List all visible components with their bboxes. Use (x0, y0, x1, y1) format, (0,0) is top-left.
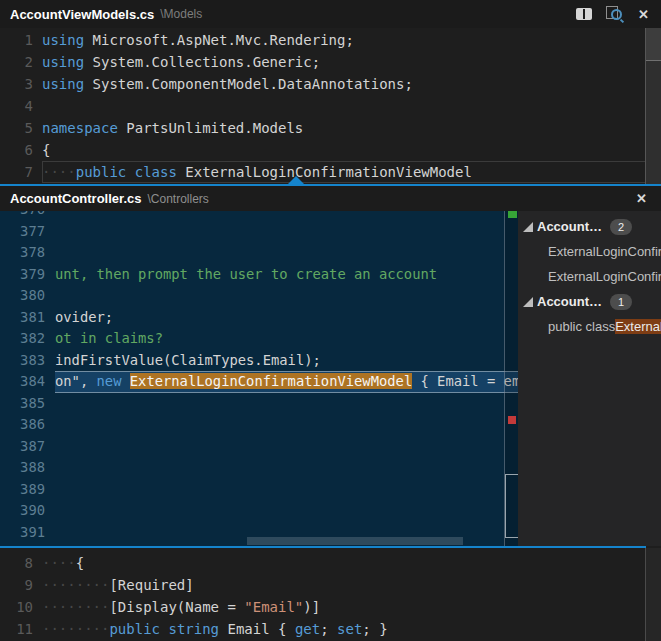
code-text: { (42, 139, 646, 161)
code-line[interactable]: 378 (0, 242, 504, 264)
results-reference-row[interactable]: ExternalLoginConfirmationViewModel (518, 239, 661, 264)
code-segment: public (76, 164, 127, 180)
code-text (55, 393, 504, 415)
code-segment: indFirstValue(ClaimTypes.Email); (55, 352, 321, 368)
code-segment: "Email" (244, 599, 303, 615)
code-text: using Microsoft.AspNet.Mvc.Rendering; (42, 29, 646, 51)
code-segment: unt, then prompt the user to create an a… (55, 266, 437, 282)
close-editor-icon[interactable]: ✕ (638, 8, 649, 21)
vscode-window: AccountViewModels.cs \Models ✕ 1using Mi… (0, 0, 661, 641)
twistie-expanded-icon[interactable] (523, 297, 533, 307)
code-line[interactable]: 11········public string Email { get; set… (0, 618, 646, 640)
split-editor-icon[interactable] (576, 8, 592, 20)
bottom-editor[interactable]: 8····{9········[Required]10········[Disp… (0, 548, 646, 641)
preview-search-icon[interactable] (606, 6, 624, 22)
code-segment: ovider; (55, 309, 113, 325)
code-segment: using (42, 32, 84, 48)
code-line[interactable]: 389 (0, 479, 504, 501)
line-number: 378 (0, 242, 45, 264)
top-editor-scrollbar[interactable] (645, 28, 661, 184)
code-line[interactable]: 1using Microsoft.AspNet.Mvc.Rendering; (0, 29, 646, 51)
line-number: 386 (0, 414, 45, 436)
results-file-row[interactable]: Account…1 (518, 289, 661, 314)
code-line[interactable]: 2using System.Collections.Generic; (0, 51, 646, 73)
results-reference-row[interactable]: public class ExternalLoginConfirmationVi… (518, 314, 661, 339)
code-text (55, 479, 504, 501)
reference-count-badge: 2 (610, 219, 632, 235)
code-line[interactable]: 377 (0, 221, 504, 243)
twistie-expanded-icon[interactable] (523, 222, 533, 232)
code-segment: System.Collections.Generic; (84, 54, 320, 70)
top-editor[interactable]: 1using Microsoft.AspNet.Mvc.Rendering;2u… (0, 28, 646, 185)
reference-snippet-text: ExternalLoginConfirmationViewModel (548, 244, 661, 259)
code-line[interactable]: 6{ (0, 139, 646, 161)
editor-title-bar: AccountViewModels.cs \Models ✕ (0, 0, 661, 28)
code-line[interactable]: 9········[Required] (0, 574, 646, 596)
code-segment: set (337, 621, 362, 637)
peek-file-name: AccountController.cs (10, 191, 141, 206)
peek-vscrollbar-thumb[interactable] (505, 474, 519, 538)
code-line[interactable]: 387 (0, 436, 504, 458)
code-line[interactable]: 383indFirstValue(ClaimTypes.Email); (0, 350, 504, 372)
code-line[interactable]: 10········[Display(Name = "Email")] (0, 596, 646, 618)
code-line[interactable]: 7····public class ExternalLoginConfirmat… (0, 161, 646, 183)
line-number: 376 (0, 211, 45, 221)
code-line[interactable]: 379unt, then prompt the user to create a… (0, 264, 504, 286)
code-segment: ···· (42, 164, 76, 180)
code-text (55, 500, 504, 522)
code-segment: string (168, 621, 219, 637)
code-segment: { (76, 555, 84, 571)
peek-body: 376377378379unt, then prompt the user to… (0, 211, 661, 546)
results-file-label: Account… (537, 219, 602, 234)
code-text (55, 211, 504, 221)
line-number: 387 (0, 436, 45, 458)
code-line[interactable]: 5namespace PartsUnlimited.Models (0, 117, 646, 139)
code-segment (126, 164, 134, 180)
peek-close-icon[interactable]: ✕ (636, 192, 647, 205)
code-text (55, 436, 504, 458)
code-line[interactable]: 380 (0, 285, 504, 307)
code-line[interactable]: 8····{ (0, 552, 646, 574)
code-segment: ExternalLoginConfirmationViewModel (177, 164, 472, 180)
results-file-row[interactable]: Account…2 (518, 214, 661, 239)
results-reference-row[interactable]: ExternalLoginConfirmationViewModel (518, 264, 661, 289)
peek-file-path: \Controllers (147, 192, 208, 206)
line-number: 7 (0, 161, 33, 183)
code-text: ot in claims? (55, 328, 504, 350)
code-segment: using (42, 76, 84, 92)
code-line[interactable]: 376 (0, 211, 504, 221)
code-line[interactable]: 3using System.ComponentModel.DataAnnotat… (0, 73, 646, 95)
line-number: 4 (0, 95, 33, 117)
code-line[interactable]: 4 (0, 95, 646, 117)
code-text: ········[Required] (42, 574, 646, 596)
bottom-editor-scrollbar[interactable] (645, 548, 661, 641)
peek-hscrollbar-thumb[interactable] (247, 537, 463, 545)
code-text: using System.Collections.Generic; (42, 51, 646, 73)
line-number: 385 (0, 393, 45, 415)
code-segment: namespace (42, 120, 118, 136)
code-line[interactable]: 384on", new ExternalLoginConfirmationVie… (0, 371, 504, 393)
scrollbar-thumb[interactable] (646, 28, 661, 61)
code-line[interactable]: 388 (0, 457, 504, 479)
reference-snippet-match: ExternalLoginConfirmationViewModel (615, 319, 661, 334)
code-segment: [Display(Name = (109, 599, 244, 615)
code-segment: using (42, 54, 84, 70)
magnifier-handle-shape (620, 19, 624, 23)
code-segment: ········ (42, 599, 109, 615)
code-segment: on", (55, 373, 97, 389)
code-segment: Email { (219, 621, 295, 637)
line-number: 10 (0, 596, 33, 618)
active-file-name: AccountViewModels.cs (10, 7, 154, 22)
line-number: 2 (0, 51, 33, 73)
line-number: 377 (0, 221, 45, 243)
code-line[interactable]: 385 (0, 393, 504, 415)
code-line[interactable]: 381ovider; (0, 307, 504, 329)
code-text: ········public string Email { get; set; … (42, 618, 646, 640)
code-line[interactable]: 386 (0, 414, 504, 436)
peek-overview-ruler[interactable] (504, 211, 518, 546)
peek-editor[interactable]: 376377378379unt, then prompt the user to… (0, 211, 518, 546)
code-text: ········[Display(Name = "Email")] (42, 596, 646, 618)
code-line[interactable]: 390 (0, 500, 504, 522)
code-line[interactable]: 382ot in claims? (0, 328, 504, 350)
code-segment: { (42, 142, 50, 158)
